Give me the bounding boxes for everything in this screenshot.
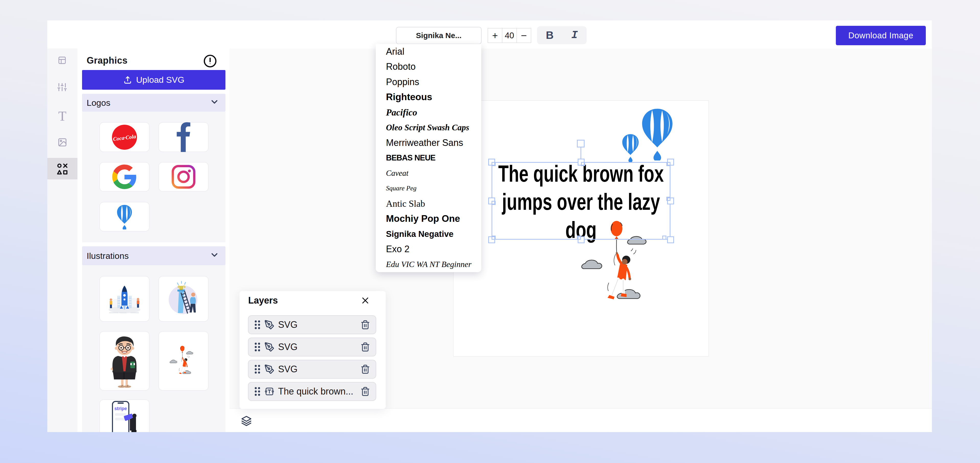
svg-text:stripe: stripe — [114, 406, 127, 411]
